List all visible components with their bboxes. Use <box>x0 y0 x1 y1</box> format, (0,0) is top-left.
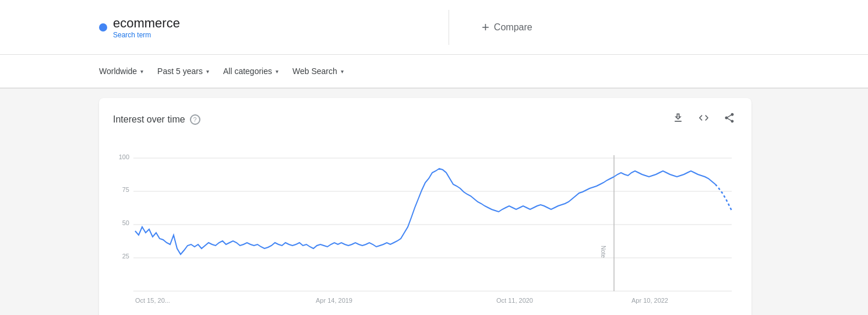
term-color-dot <box>99 23 107 32</box>
trend-line <box>135 169 614 254</box>
chart-actions <box>670 110 738 129</box>
filter-time-label: Past 5 years <box>157 66 203 76</box>
chevron-down-icon: ▾ <box>206 68 209 75</box>
chevron-down-icon: ▾ <box>276 68 278 75</box>
compare-button[interactable]: + Compare <box>472 15 542 40</box>
chart-header: Interest over time ? <box>113 110 738 129</box>
download-button[interactable] <box>670 110 686 129</box>
share-icon <box>724 112 735 124</box>
search-term-block: ecommerce Search term <box>99 16 425 39</box>
trend-chart: 100 75 50 25 Note <box>113 141 738 310</box>
chart-title-area: Interest over time ? <box>113 114 200 125</box>
filter-time[interactable]: Past 5 years ▾ <box>157 63 218 79</box>
help-icon[interactable]: ? <box>190 114 200 125</box>
search-term-type: Search term <box>113 31 180 39</box>
filter-category[interactable]: All categories ▾ <box>223 63 288 79</box>
svg-text:Oct 11, 2020: Oct 11, 2020 <box>496 297 533 304</box>
svg-text:25: 25 <box>122 253 129 260</box>
embed-icon <box>698 112 710 124</box>
top-bar: ecommerce Search term + Compare <box>0 0 868 55</box>
svg-text:50: 50 <box>122 219 129 226</box>
filter-type-label: Web Search <box>292 66 337 76</box>
filter-geo[interactable]: Worldwide ▾ <box>99 63 153 79</box>
plus-icon: + <box>482 20 489 35</box>
download-icon <box>672 112 684 124</box>
svg-text:100: 100 <box>119 153 129 160</box>
chart-container: Interest over time ? <box>99 98 751 315</box>
chart-area: 100 75 50 25 Note <box>113 141 738 312</box>
main-content: Interest over time ? <box>0 89 868 315</box>
svg-text:Oct 15, 20...: Oct 15, 20... <box>135 297 170 304</box>
embed-button[interactable] <box>696 110 712 129</box>
compare-label: Compare <box>494 22 532 33</box>
svg-text:75: 75 <box>122 186 129 193</box>
term-info: ecommerce Search term <box>113 16 180 39</box>
svg-text:Apr 14, 2019: Apr 14, 2019 <box>316 297 352 304</box>
filter-geo-label: Worldwide <box>99 66 137 76</box>
svg-text:Note: Note <box>600 246 606 258</box>
svg-text:Apr 10, 2022: Apr 10, 2022 <box>631 297 668 304</box>
chart-title: Interest over time <box>113 114 185 125</box>
share-button[interactable] <box>721 110 738 129</box>
vertical-divider <box>449 10 449 45</box>
chevron-down-icon: ▾ <box>341 68 344 75</box>
chevron-down-icon: ▾ <box>140 68 143 75</box>
trend-line-post-note <box>614 171 715 184</box>
trend-line-dotted <box>715 184 732 211</box>
filter-bar: Worldwide ▾ Past 5 years ▾ All categorie… <box>0 55 868 89</box>
filter-category-label: All categories <box>223 66 272 76</box>
filter-type[interactable]: Web Search ▾ <box>292 63 353 79</box>
search-term-name: ecommerce <box>113 16 180 31</box>
